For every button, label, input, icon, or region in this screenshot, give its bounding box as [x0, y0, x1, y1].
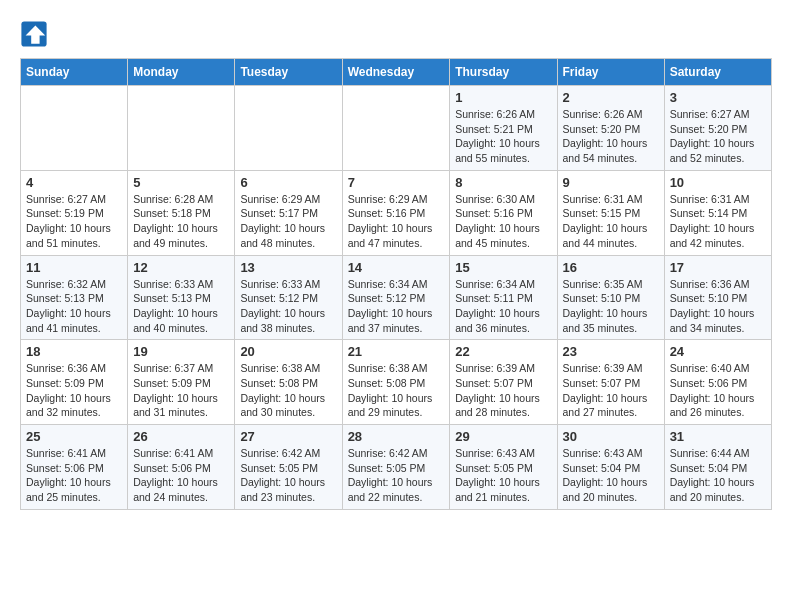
day-info: Sunrise: 6:33 AM Sunset: 5:12 PM Dayligh… [240, 277, 336, 336]
day-number: 2 [563, 90, 659, 105]
day-number: 10 [670, 175, 766, 190]
day-number: 5 [133, 175, 229, 190]
day-number: 8 [455, 175, 551, 190]
day-info: Sunrise: 6:41 AM Sunset: 5:06 PM Dayligh… [26, 446, 122, 505]
day-number: 14 [348, 260, 445, 275]
calendar-cell: 30Sunrise: 6:43 AM Sunset: 5:04 PM Dayli… [557, 425, 664, 510]
calendar-cell: 5Sunrise: 6:28 AM Sunset: 5:18 PM Daylig… [128, 170, 235, 255]
day-info: Sunrise: 6:36 AM Sunset: 5:09 PM Dayligh… [26, 361, 122, 420]
calendar-col-header: Tuesday [235, 59, 342, 86]
day-info: Sunrise: 6:40 AM Sunset: 5:06 PM Dayligh… [670, 361, 766, 420]
calendar-cell: 8Sunrise: 6:30 AM Sunset: 5:16 PM Daylig… [450, 170, 557, 255]
calendar-col-header: Friday [557, 59, 664, 86]
day-info: Sunrise: 6:26 AM Sunset: 5:20 PM Dayligh… [563, 107, 659, 166]
calendar-cell: 14Sunrise: 6:34 AM Sunset: 5:12 PM Dayli… [342, 255, 450, 340]
day-number: 21 [348, 344, 445, 359]
day-number: 27 [240, 429, 336, 444]
calendar-cell: 29Sunrise: 6:43 AM Sunset: 5:05 PM Dayli… [450, 425, 557, 510]
day-info: Sunrise: 6:31 AM Sunset: 5:14 PM Dayligh… [670, 192, 766, 251]
calendar-week-row: 4Sunrise: 6:27 AM Sunset: 5:19 PM Daylig… [21, 170, 772, 255]
day-number: 30 [563, 429, 659, 444]
day-number: 9 [563, 175, 659, 190]
day-number: 1 [455, 90, 551, 105]
calendar-week-row: 25Sunrise: 6:41 AM Sunset: 5:06 PM Dayli… [21, 425, 772, 510]
day-info: Sunrise: 6:38 AM Sunset: 5:08 PM Dayligh… [348, 361, 445, 420]
day-number: 29 [455, 429, 551, 444]
day-info: Sunrise: 6:27 AM Sunset: 5:20 PM Dayligh… [670, 107, 766, 166]
day-info: Sunrise: 6:41 AM Sunset: 5:06 PM Dayligh… [133, 446, 229, 505]
day-info: Sunrise: 6:37 AM Sunset: 5:09 PM Dayligh… [133, 361, 229, 420]
calendar-cell: 15Sunrise: 6:34 AM Sunset: 5:11 PM Dayli… [450, 255, 557, 340]
day-number: 16 [563, 260, 659, 275]
day-info: Sunrise: 6:39 AM Sunset: 5:07 PM Dayligh… [455, 361, 551, 420]
page-header [20, 20, 772, 48]
day-info: Sunrise: 6:28 AM Sunset: 5:18 PM Dayligh… [133, 192, 229, 251]
calendar-cell: 9Sunrise: 6:31 AM Sunset: 5:15 PM Daylig… [557, 170, 664, 255]
calendar-cell: 31Sunrise: 6:44 AM Sunset: 5:04 PM Dayli… [664, 425, 771, 510]
day-number: 11 [26, 260, 122, 275]
day-info: Sunrise: 6:34 AM Sunset: 5:12 PM Dayligh… [348, 277, 445, 336]
calendar-cell: 7Sunrise: 6:29 AM Sunset: 5:16 PM Daylig… [342, 170, 450, 255]
calendar-cell: 23Sunrise: 6:39 AM Sunset: 5:07 PM Dayli… [557, 340, 664, 425]
calendar-week-row: 1Sunrise: 6:26 AM Sunset: 5:21 PM Daylig… [21, 86, 772, 171]
day-number: 24 [670, 344, 766, 359]
day-info: Sunrise: 6:31 AM Sunset: 5:15 PM Dayligh… [563, 192, 659, 251]
day-info: Sunrise: 6:44 AM Sunset: 5:04 PM Dayligh… [670, 446, 766, 505]
day-number: 6 [240, 175, 336, 190]
calendar-cell: 10Sunrise: 6:31 AM Sunset: 5:14 PM Dayli… [664, 170, 771, 255]
calendar-cell: 24Sunrise: 6:40 AM Sunset: 5:06 PM Dayli… [664, 340, 771, 425]
day-number: 28 [348, 429, 445, 444]
calendar-cell: 3Sunrise: 6:27 AM Sunset: 5:20 PM Daylig… [664, 86, 771, 171]
calendar-col-header: Thursday [450, 59, 557, 86]
calendar-cell [235, 86, 342, 171]
day-info: Sunrise: 6:32 AM Sunset: 5:13 PM Dayligh… [26, 277, 122, 336]
day-number: 13 [240, 260, 336, 275]
day-info: Sunrise: 6:38 AM Sunset: 5:08 PM Dayligh… [240, 361, 336, 420]
day-number: 17 [670, 260, 766, 275]
calendar-week-row: 18Sunrise: 6:36 AM Sunset: 5:09 PM Dayli… [21, 340, 772, 425]
day-number: 31 [670, 429, 766, 444]
day-info: Sunrise: 6:36 AM Sunset: 5:10 PM Dayligh… [670, 277, 766, 336]
day-number: 20 [240, 344, 336, 359]
calendar-cell: 19Sunrise: 6:37 AM Sunset: 5:09 PM Dayli… [128, 340, 235, 425]
calendar-table: SundayMondayTuesdayWednesdayThursdayFrid… [20, 58, 772, 510]
calendar-cell: 22Sunrise: 6:39 AM Sunset: 5:07 PM Dayli… [450, 340, 557, 425]
calendar-col-header: Monday [128, 59, 235, 86]
calendar-cell: 4Sunrise: 6:27 AM Sunset: 5:19 PM Daylig… [21, 170, 128, 255]
calendar-cell: 2Sunrise: 6:26 AM Sunset: 5:20 PM Daylig… [557, 86, 664, 171]
day-info: Sunrise: 6:30 AM Sunset: 5:16 PM Dayligh… [455, 192, 551, 251]
day-number: 3 [670, 90, 766, 105]
day-info: Sunrise: 6:35 AM Sunset: 5:10 PM Dayligh… [563, 277, 659, 336]
day-info: Sunrise: 6:26 AM Sunset: 5:21 PM Dayligh… [455, 107, 551, 166]
day-info: Sunrise: 6:39 AM Sunset: 5:07 PM Dayligh… [563, 361, 659, 420]
calendar-cell: 27Sunrise: 6:42 AM Sunset: 5:05 PM Dayli… [235, 425, 342, 510]
calendar-cell: 6Sunrise: 6:29 AM Sunset: 5:17 PM Daylig… [235, 170, 342, 255]
day-number: 15 [455, 260, 551, 275]
day-number: 22 [455, 344, 551, 359]
day-info: Sunrise: 6:34 AM Sunset: 5:11 PM Dayligh… [455, 277, 551, 336]
day-number: 19 [133, 344, 229, 359]
day-number: 7 [348, 175, 445, 190]
calendar-col-header: Sunday [21, 59, 128, 86]
calendar-cell [128, 86, 235, 171]
day-info: Sunrise: 6:42 AM Sunset: 5:05 PM Dayligh… [240, 446, 336, 505]
day-info: Sunrise: 6:43 AM Sunset: 5:05 PM Dayligh… [455, 446, 551, 505]
day-info: Sunrise: 6:29 AM Sunset: 5:17 PM Dayligh… [240, 192, 336, 251]
day-info: Sunrise: 6:33 AM Sunset: 5:13 PM Dayligh… [133, 277, 229, 336]
calendar-cell: 17Sunrise: 6:36 AM Sunset: 5:10 PM Dayli… [664, 255, 771, 340]
calendar-cell: 28Sunrise: 6:42 AM Sunset: 5:05 PM Dayli… [342, 425, 450, 510]
calendar-week-row: 11Sunrise: 6:32 AM Sunset: 5:13 PM Dayli… [21, 255, 772, 340]
calendar-col-header: Wednesday [342, 59, 450, 86]
calendar-cell: 12Sunrise: 6:33 AM Sunset: 5:13 PM Dayli… [128, 255, 235, 340]
calendar-cell: 25Sunrise: 6:41 AM Sunset: 5:06 PM Dayli… [21, 425, 128, 510]
calendar-cell [21, 86, 128, 171]
day-number: 23 [563, 344, 659, 359]
day-info: Sunrise: 6:42 AM Sunset: 5:05 PM Dayligh… [348, 446, 445, 505]
logo-icon [20, 20, 48, 48]
calendar-cell: 21Sunrise: 6:38 AM Sunset: 5:08 PM Dayli… [342, 340, 450, 425]
day-number: 18 [26, 344, 122, 359]
day-number: 26 [133, 429, 229, 444]
day-info: Sunrise: 6:43 AM Sunset: 5:04 PM Dayligh… [563, 446, 659, 505]
calendar-cell: 20Sunrise: 6:38 AM Sunset: 5:08 PM Dayli… [235, 340, 342, 425]
calendar-col-header: Saturday [664, 59, 771, 86]
